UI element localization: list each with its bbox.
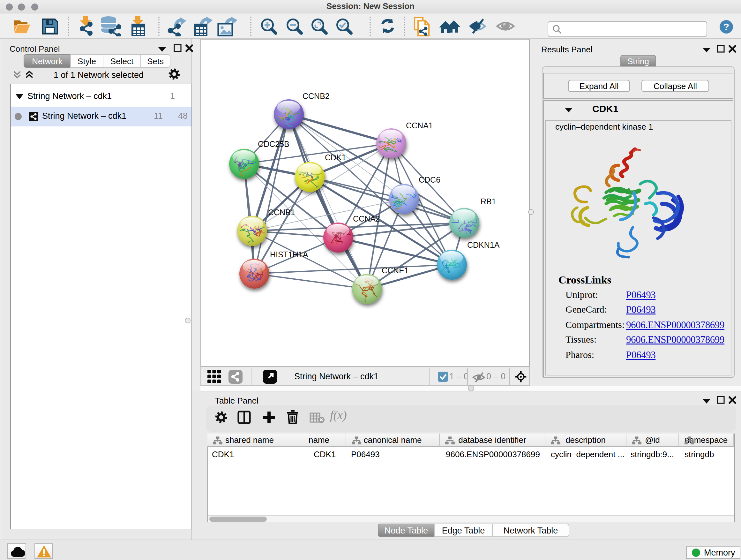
svg-text:CDKN1A: CDKN1A [467,240,500,249]
svg-text:CDC25B: CDC25B [258,139,289,148]
svg-text:CCNB2: CCNB2 [302,91,330,101]
svg-text:CCNB1: CCNB1 [268,208,295,217]
svg-text:?: ? [724,21,729,32]
svg-text:CDC6: CDC6 [419,175,441,184]
svg-text:RB1: RB1 [481,197,496,206]
svg-text:CCNA2: CCNA2 [353,214,380,223]
svg-text:CDK1: CDK1 [325,153,346,162]
svg-text:CCNE1: CCNE1 [382,266,409,275]
svg-text:HIST1H1A: HIST1H1A [270,250,308,259]
svg-text:CCNA1: CCNA1 [406,121,433,130]
